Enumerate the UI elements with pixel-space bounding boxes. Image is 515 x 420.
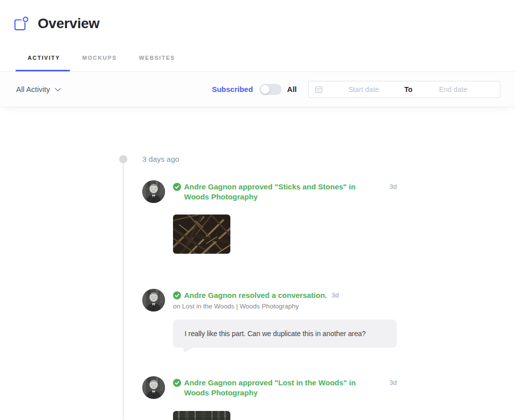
start-date-input[interactable]: Start date — [323, 85, 404, 93]
activity-feed: 3 days ago — [0, 107, 515, 419]
activity-item-resolved-conversation: Andre Gagnon resolved a conversation. 3d… — [142, 289, 397, 348]
check-badge-icon — [173, 379, 181, 387]
subscribed-toggle-label[interactable]: Subscribed — [212, 85, 253, 93]
activity-timestamp: 3d — [331, 290, 338, 300]
check-badge-icon — [173, 291, 181, 299]
page-header: Overview — [0, 0, 515, 32]
calendar-icon — [315, 85, 323, 93]
activity-headline[interactable]: Andre Gagnon approved "Lost in the Woods… — [184, 378, 378, 398]
all-toggle-label[interactable]: All — [287, 85, 297, 93]
comment-text: I really like this part. Can we duplicat… — [185, 330, 366, 338]
comment-bubble[interactable]: I really like this part. Can we duplicat… — [173, 320, 397, 348]
chevron-down-icon — [55, 88, 61, 91]
avatar[interactable] — [142, 289, 165, 311]
timeline-line — [123, 159, 124, 419]
tab-websites[interactable]: WEBSITES — [139, 55, 175, 61]
overview-icon — [14, 16, 29, 31]
activity-timestamp: 3d — [390, 182, 397, 192]
activity-item-approved-sticks: Andre Gagnon approved "Sticks and Stones… — [142, 180, 397, 254]
mockup-thumbnail-sticks-and-stones[interactable] — [173, 215, 230, 254]
activity-item-approved-lost-woods: Andre Gagnon approved "Lost in the Woods… — [142, 376, 397, 420]
active-tab-indicator — [16, 70, 70, 71]
tab-activity[interactable]: ACTIVITY — [28, 55, 60, 61]
avatar[interactable] — [142, 180, 165, 203]
activity-filter-dropdown[interactable]: All Activity — [16, 85, 61, 93]
date-range-to-label: To — [404, 85, 412, 93]
activity-headline[interactable]: Andre Gagnon resolved a conversation. — [184, 290, 327, 300]
tab-bar: ACTIVITY MOCKUPS WEBSITES — [0, 32, 515, 72]
timeline-dot — [119, 155, 127, 163]
activity-filter-label: All Activity — [16, 85, 50, 93]
check-badge-icon — [173, 183, 181, 191]
avatar[interactable] — [142, 376, 165, 399]
subscribed-all-toggle[interactable] — [260, 84, 282, 95]
activity-context[interactable]: on Lost in the Woods | Woods Photography — [173, 302, 397, 310]
activity-headline[interactable]: Andre Gagnon approved "Sticks and Stones… — [184, 182, 378, 202]
filter-bar: All Activity Subscribed All Start date T… — [0, 72, 515, 107]
tab-mockups[interactable]: MOCKUPS — [82, 55, 117, 61]
end-date-input[interactable]: End date — [412, 85, 494, 93]
comment-bubble-tail — [183, 347, 194, 353]
mockup-thumbnail-lost-in-the-woods[interactable] — [173, 411, 230, 420]
activity-timestamp: 3d — [390, 378, 397, 388]
timeline-group-label: 3 days ago — [142, 155, 179, 163]
date-range-picker[interactable]: Start date To End date — [308, 81, 500, 98]
toggle-knob — [261, 85, 270, 94]
page-title: Overview — [38, 16, 100, 32]
